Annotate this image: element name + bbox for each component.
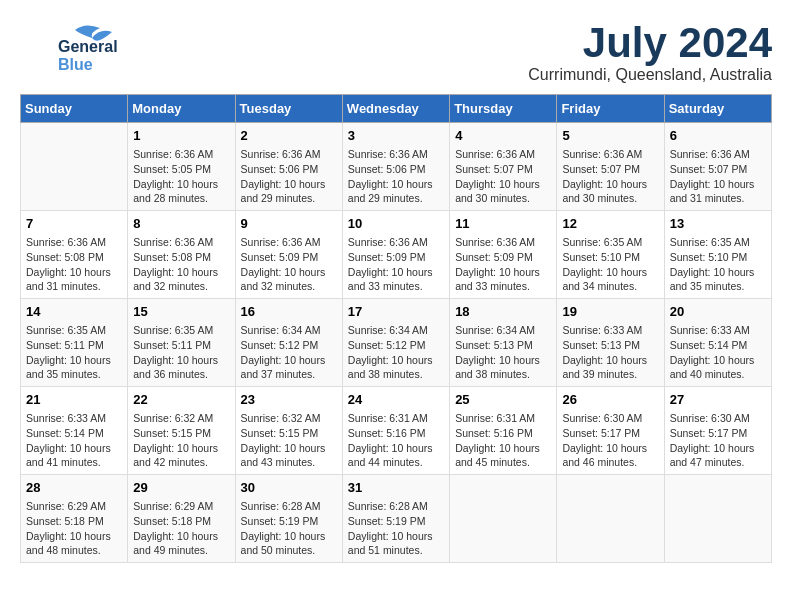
day-info: Sunrise: 6:36 AM Sunset: 5:06 PM Dayligh…	[241, 147, 337, 206]
day-number: 4	[455, 127, 551, 145]
day-number: 9	[241, 215, 337, 233]
day-info: Sunrise: 6:36 AM Sunset: 5:09 PM Dayligh…	[348, 235, 444, 294]
day-number: 25	[455, 391, 551, 409]
day-number: 11	[455, 215, 551, 233]
day-number: 12	[562, 215, 658, 233]
calendar-cell: 29Sunrise: 6:29 AM Sunset: 5:18 PM Dayli…	[128, 474, 235, 562]
day-info: Sunrise: 6:35 AM Sunset: 5:11 PM Dayligh…	[133, 323, 229, 382]
day-number: 27	[670, 391, 766, 409]
calendar-cell: 20Sunrise: 6:33 AM Sunset: 5:14 PM Dayli…	[664, 299, 771, 387]
calendar-cell: 24Sunrise: 6:31 AM Sunset: 5:16 PM Dayli…	[342, 387, 449, 475]
day-number: 18	[455, 303, 551, 321]
day-info: Sunrise: 6:32 AM Sunset: 5:15 PM Dayligh…	[241, 411, 337, 470]
day-number: 1	[133, 127, 229, 145]
calendar-cell: 2Sunrise: 6:36 AM Sunset: 5:06 PM Daylig…	[235, 123, 342, 211]
day-number: 22	[133, 391, 229, 409]
calendar-cell: 16Sunrise: 6:34 AM Sunset: 5:12 PM Dayli…	[235, 299, 342, 387]
calendar-cell: 12Sunrise: 6:35 AM Sunset: 5:10 PM Dayli…	[557, 211, 664, 299]
page-header: General Blue July 2024 Currimundi, Queen…	[20, 20, 772, 84]
logo-svg: General Blue	[20, 20, 120, 75]
day-number: 10	[348, 215, 444, 233]
day-info: Sunrise: 6:33 AM Sunset: 5:13 PM Dayligh…	[562, 323, 658, 382]
week-row-1: 1Sunrise: 6:36 AM Sunset: 5:05 PM Daylig…	[21, 123, 772, 211]
day-number: 31	[348, 479, 444, 497]
day-number: 23	[241, 391, 337, 409]
calendar-cell: 8Sunrise: 6:36 AM Sunset: 5:08 PM Daylig…	[128, 211, 235, 299]
day-info: Sunrise: 6:35 AM Sunset: 5:10 PM Dayligh…	[670, 235, 766, 294]
day-info: Sunrise: 6:36 AM Sunset: 5:07 PM Dayligh…	[562, 147, 658, 206]
day-info: Sunrise: 6:29 AM Sunset: 5:18 PM Dayligh…	[133, 499, 229, 558]
header-thursday: Thursday	[450, 95, 557, 123]
day-number: 26	[562, 391, 658, 409]
calendar-cell: 25Sunrise: 6:31 AM Sunset: 5:16 PM Dayli…	[450, 387, 557, 475]
day-info: Sunrise: 6:34 AM Sunset: 5:12 PM Dayligh…	[348, 323, 444, 382]
header-saturday: Saturday	[664, 95, 771, 123]
week-row-5: 28Sunrise: 6:29 AM Sunset: 5:18 PM Dayli…	[21, 474, 772, 562]
day-info: Sunrise: 6:31 AM Sunset: 5:16 PM Dayligh…	[348, 411, 444, 470]
svg-text:Blue: Blue	[58, 56, 93, 73]
day-info: Sunrise: 6:29 AM Sunset: 5:18 PM Dayligh…	[26, 499, 122, 558]
day-info: Sunrise: 6:36 AM Sunset: 5:09 PM Dayligh…	[455, 235, 551, 294]
calendar-cell: 13Sunrise: 6:35 AM Sunset: 5:10 PM Dayli…	[664, 211, 771, 299]
calendar-cell	[557, 474, 664, 562]
day-info: Sunrise: 6:36 AM Sunset: 5:07 PM Dayligh…	[670, 147, 766, 206]
header-tuesday: Tuesday	[235, 95, 342, 123]
day-info: Sunrise: 6:28 AM Sunset: 5:19 PM Dayligh…	[348, 499, 444, 558]
svg-text:General: General	[58, 38, 118, 55]
calendar-cell: 7Sunrise: 6:36 AM Sunset: 5:08 PM Daylig…	[21, 211, 128, 299]
day-info: Sunrise: 6:36 AM Sunset: 5:08 PM Dayligh…	[133, 235, 229, 294]
day-number: 13	[670, 215, 766, 233]
day-number: 28	[26, 479, 122, 497]
day-number: 24	[348, 391, 444, 409]
calendar-cell: 18Sunrise: 6:34 AM Sunset: 5:13 PM Dayli…	[450, 299, 557, 387]
calendar-cell: 31Sunrise: 6:28 AM Sunset: 5:19 PM Dayli…	[342, 474, 449, 562]
month-title: July 2024	[528, 20, 772, 66]
header-wednesday: Wednesday	[342, 95, 449, 123]
calendar-cell	[21, 123, 128, 211]
calendar-table: SundayMondayTuesdayWednesdayThursdayFrid…	[20, 94, 772, 563]
header-sunday: Sunday	[21, 95, 128, 123]
day-info: Sunrise: 6:30 AM Sunset: 5:17 PM Dayligh…	[670, 411, 766, 470]
day-number: 30	[241, 479, 337, 497]
calendar-cell: 23Sunrise: 6:32 AM Sunset: 5:15 PM Dayli…	[235, 387, 342, 475]
calendar-cell	[664, 474, 771, 562]
location-title: Currimundi, Queensland, Australia	[528, 66, 772, 84]
day-info: Sunrise: 6:36 AM Sunset: 5:08 PM Dayligh…	[26, 235, 122, 294]
day-info: Sunrise: 6:33 AM Sunset: 5:14 PM Dayligh…	[670, 323, 766, 382]
header-friday: Friday	[557, 95, 664, 123]
day-info: Sunrise: 6:36 AM Sunset: 5:07 PM Dayligh…	[455, 147, 551, 206]
day-number: 15	[133, 303, 229, 321]
logo: General Blue	[20, 20, 120, 75]
day-info: Sunrise: 6:28 AM Sunset: 5:19 PM Dayligh…	[241, 499, 337, 558]
calendar-cell: 9Sunrise: 6:36 AM Sunset: 5:09 PM Daylig…	[235, 211, 342, 299]
week-row-2: 7Sunrise: 6:36 AM Sunset: 5:08 PM Daylig…	[21, 211, 772, 299]
day-info: Sunrise: 6:35 AM Sunset: 5:11 PM Dayligh…	[26, 323, 122, 382]
day-info: Sunrise: 6:30 AM Sunset: 5:17 PM Dayligh…	[562, 411, 658, 470]
day-number: 16	[241, 303, 337, 321]
day-info: Sunrise: 6:34 AM Sunset: 5:13 PM Dayligh…	[455, 323, 551, 382]
day-info: Sunrise: 6:36 AM Sunset: 5:09 PM Dayligh…	[241, 235, 337, 294]
calendar-cell: 5Sunrise: 6:36 AM Sunset: 5:07 PM Daylig…	[557, 123, 664, 211]
calendar-cell: 3Sunrise: 6:36 AM Sunset: 5:06 PM Daylig…	[342, 123, 449, 211]
header-monday: Monday	[128, 95, 235, 123]
day-number: 21	[26, 391, 122, 409]
calendar-cell: 28Sunrise: 6:29 AM Sunset: 5:18 PM Dayli…	[21, 474, 128, 562]
day-number: 19	[562, 303, 658, 321]
day-number: 7	[26, 215, 122, 233]
calendar-cell: 14Sunrise: 6:35 AM Sunset: 5:11 PM Dayli…	[21, 299, 128, 387]
title-block: July 2024 Currimundi, Queensland, Austra…	[528, 20, 772, 84]
day-number: 17	[348, 303, 444, 321]
calendar-cell: 15Sunrise: 6:35 AM Sunset: 5:11 PM Dayli…	[128, 299, 235, 387]
day-number: 6	[670, 127, 766, 145]
calendar-cell	[450, 474, 557, 562]
calendar-cell: 26Sunrise: 6:30 AM Sunset: 5:17 PM Dayli…	[557, 387, 664, 475]
calendar-cell: 11Sunrise: 6:36 AM Sunset: 5:09 PM Dayli…	[450, 211, 557, 299]
calendar-cell: 19Sunrise: 6:33 AM Sunset: 5:13 PM Dayli…	[557, 299, 664, 387]
calendar-cell: 4Sunrise: 6:36 AM Sunset: 5:07 PM Daylig…	[450, 123, 557, 211]
calendar-cell: 30Sunrise: 6:28 AM Sunset: 5:19 PM Dayli…	[235, 474, 342, 562]
day-number: 8	[133, 215, 229, 233]
day-info: Sunrise: 6:32 AM Sunset: 5:15 PM Dayligh…	[133, 411, 229, 470]
day-number: 5	[562, 127, 658, 145]
week-row-3: 14Sunrise: 6:35 AM Sunset: 5:11 PM Dayli…	[21, 299, 772, 387]
day-number: 20	[670, 303, 766, 321]
